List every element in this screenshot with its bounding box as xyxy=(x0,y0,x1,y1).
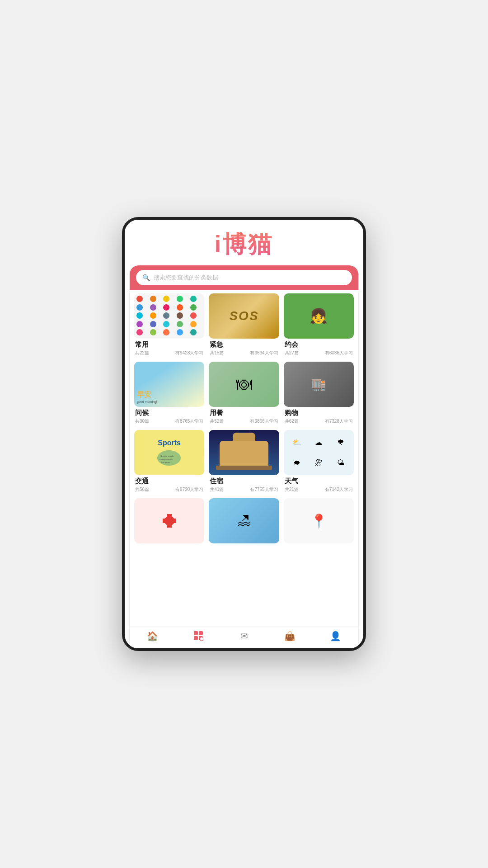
svg-rect-9 xyxy=(199,631,203,635)
home-icon: 🏠 xyxy=(147,631,158,642)
explore-icon xyxy=(193,631,203,643)
sports-label: Sports xyxy=(158,439,181,447)
card-title-jinji: 紧急 xyxy=(210,340,278,349)
card-meta-yongcan: 共52篇 有6866人学习 xyxy=(210,418,278,425)
svg-point-12 xyxy=(200,637,203,641)
main-container: 🔍 搜索您要查找的分类数据 常用 共22篇 有9428人学习 xyxy=(129,265,359,648)
card-image-gouwu: 🏬 xyxy=(284,362,354,407)
card-image-partial2: 🏖 xyxy=(209,498,279,543)
weather-wind: 🌪 xyxy=(330,439,351,447)
card-image-wenhuo: 早安 good morning! xyxy=(134,362,204,407)
search-input-placeholder[interactable]: 搜索您要查找的分类数据 xyxy=(154,274,218,282)
category-card-zhushu[interactable]: 住宿 共41篇 有7765人学习 xyxy=(209,430,279,494)
card-meta-tianqi: 共21篇 有7142人学习 xyxy=(285,486,353,493)
app-title-area: i博猫 xyxy=(125,220,363,265)
card-info-jiaotong: 交通 共56篇 有9790人学习 xyxy=(134,475,204,494)
card-title-tianqi: 天气 xyxy=(285,477,353,486)
card-title-gouwu: 购物 xyxy=(285,409,353,417)
category-card-wenhuo[interactable]: 早安 good morning! 问候 共30篇 有8765人学习 xyxy=(134,362,204,425)
weather-sunny: ⛅ xyxy=(286,438,307,447)
dining-icon: 🍽 xyxy=(236,375,252,394)
nav-item-profile[interactable]: 👤 xyxy=(313,631,358,643)
category-card-jinji[interactable]: SOS 紧急 共15篇 有6664人学习 xyxy=(209,293,279,357)
card-image-jiaotong: Sports Sports words Additional words Bal… xyxy=(134,430,204,475)
messages-icon: ✉ xyxy=(240,631,248,642)
card-title-yongcan: 用餐 xyxy=(210,409,278,417)
weather-cloud: ☁ xyxy=(308,438,329,447)
category-card-jiaotong[interactable]: Sports Sports words Additional words Bal… xyxy=(134,430,204,494)
svg-text:Ball games: Ball games xyxy=(161,461,170,463)
category-grid: 常用 共22篇 有9428人学习 SOS 紧急 xyxy=(134,293,354,543)
card-title-jiaotong: 交通 xyxy=(135,477,203,486)
card-meta-jinji: 共15篇 有6664人学习 xyxy=(210,350,278,356)
sos-text: SOS xyxy=(229,309,258,323)
category-card-gouwu[interactable]: 🏬 购物 共62篇 有7328人学习 xyxy=(284,362,354,425)
category-card-partial3[interactable]: 📍 xyxy=(284,498,354,543)
nav-item-explore[interactable] xyxy=(175,631,221,643)
card-image-jinji: SOS xyxy=(209,293,279,339)
card-meta-yuehui: 共27篇 有6036人学习 xyxy=(285,350,353,356)
card-info-jinji: 紧急 共15篇 有6664人学习 xyxy=(209,339,279,357)
category-card-tianqi[interactable]: ⛅ ☁ 🌪 🌧 ⛈ 🌤 天气 共21篇 有7142人学习 xyxy=(284,430,354,494)
bottom-nav: 🏠 ✉ 👜 xyxy=(130,627,358,648)
card-image-zhushu xyxy=(209,430,279,475)
app-title: i博猫 xyxy=(125,229,363,260)
category-card-changyong[interactable]: 常用 共22篇 有9428人学习 xyxy=(134,293,204,357)
card-meta-changyong: 共22篇 有9428人学习 xyxy=(135,350,203,356)
card-info-changyong: 常用 共22篇 有9428人学习 xyxy=(134,339,204,357)
arrows-icon xyxy=(156,512,183,530)
weather-rain: 🌧 xyxy=(286,459,307,467)
profile-icon: 👤 xyxy=(330,631,341,642)
svg-line-13 xyxy=(203,640,203,641)
category-grid-scroll[interactable]: 常用 共22篇 有9428人学习 SOS 紧急 xyxy=(130,290,358,627)
card-meta-jiaotong: 共56篇 有9790人学习 xyxy=(135,486,203,493)
category-card-yongcan[interactable]: 🍽 用餐 共52篇 有6866人学习 xyxy=(209,362,279,425)
svg-text:Additional words: Additional words xyxy=(160,458,173,461)
location-icon: 📍 xyxy=(310,513,327,529)
beach-icon: 🏖 xyxy=(237,513,251,528)
card-image-changyong xyxy=(134,293,204,339)
svg-rect-8 xyxy=(194,631,198,635)
category-card-partial2[interactable]: 🏖 xyxy=(209,498,279,543)
card-title-yuehui: 约会 xyxy=(285,340,353,349)
card-meta-gouwu: 共62篇 有7328人学习 xyxy=(285,418,353,425)
sports-blob-svg: Sports words Additional words Ball games xyxy=(157,449,182,466)
nav-item-messages[interactable]: ✉ xyxy=(221,631,267,643)
category-card-partial1[interactable] xyxy=(134,498,204,543)
card-info-yuehui: 约会 共27篇 有6036人学习 xyxy=(284,339,354,357)
card-title-changyong: 常用 xyxy=(135,340,203,349)
bag-icon: 👜 xyxy=(284,631,296,642)
card-info-tianqi: 天气 共21篇 有7142人学习 xyxy=(284,475,354,494)
card-info-gouwu: 购物 共62篇 有7328人学习 xyxy=(284,407,354,425)
card-info-zhushu: 住宿 共41篇 有7765人学习 xyxy=(209,475,279,494)
nav-item-bag[interactable]: 👜 xyxy=(267,631,313,643)
search-bar-container: 🔍 搜索您要查找的分类数据 xyxy=(130,265,358,290)
card-image-partial1 xyxy=(134,498,204,543)
shopping-icon: 🏬 xyxy=(311,377,326,392)
card-info-yongcan: 用餐 共52篇 有6866人学习 xyxy=(209,407,279,425)
svg-rect-10 xyxy=(194,636,198,640)
phone-frame: i博猫 🔍 搜索您要查找的分类数据 常用 共22篇 有9428人学习 xyxy=(122,217,366,651)
nav-item-home[interactable]: 🏠 xyxy=(130,631,175,643)
girl-icon: 👧 xyxy=(310,307,328,325)
card-title-wenhuo: 问候 xyxy=(135,409,203,417)
category-card-yuehui[interactable]: 👧 约会 共27篇 有6036人学习 xyxy=(284,293,354,357)
svg-text:Sports words: Sports words xyxy=(160,455,174,458)
weather-sun: 🌤 xyxy=(330,459,351,467)
search-bar[interactable]: 🔍 搜索您要查找的分类数据 xyxy=(136,270,352,285)
card-meta-wenhuo: 共30篇 有8765人学习 xyxy=(135,418,203,425)
search-icon: 🔍 xyxy=(142,274,150,281)
card-image-yuehui: 👧 xyxy=(284,293,354,339)
card-image-yongcan: 🍽 xyxy=(209,362,279,407)
card-meta-zhushu: 共41篇 有7765人学习 xyxy=(210,486,278,493)
card-info-wenhuo: 问候 共30篇 有8765人学习 xyxy=(134,407,204,425)
svg-marker-7 xyxy=(163,514,176,528)
weather-thunder: ⛈ xyxy=(308,459,329,467)
card-title-zhushu: 住宿 xyxy=(210,477,278,486)
card-image-tianqi: ⛅ ☁ 🌪 🌧 ⛈ 🌤 xyxy=(284,430,354,475)
card-image-partial3: 📍 xyxy=(284,498,354,543)
